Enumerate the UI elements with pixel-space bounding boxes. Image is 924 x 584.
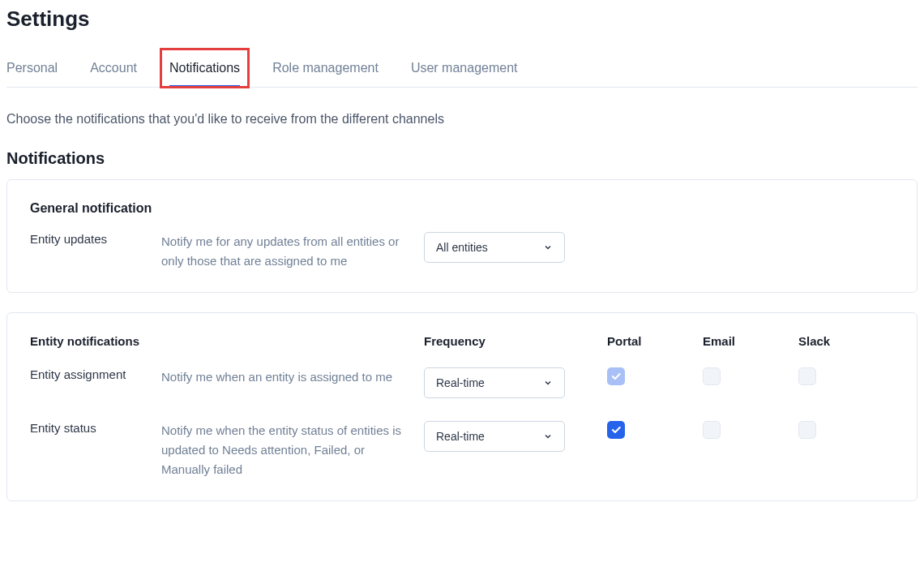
entity-status-slack-checkbox[interactable] xyxy=(798,421,816,439)
chevron-down-icon xyxy=(543,432,553,441)
entity-updates-label: Entity updates xyxy=(30,232,161,246)
entity-status-label: Entity status xyxy=(30,421,161,435)
entity-assignment-frequency-value: Real-time xyxy=(436,376,485,389)
tabs-bar: Personal Account Notifications Role mana… xyxy=(6,54,918,88)
entity-updates-row: Entity updates Notify me for any updates… xyxy=(30,232,894,271)
entity-table-header: Entity notifications Frequency Portal Em… xyxy=(30,334,894,348)
general-notification-card: General notification Entity updates Noti… xyxy=(6,179,918,293)
chevron-down-icon xyxy=(543,378,553,388)
entity-notifications-card: Entity notifications Frequency Portal Em… xyxy=(6,312,918,501)
chevron-down-icon xyxy=(543,243,553,252)
page-title: Settings xyxy=(6,6,918,32)
entity-assignment-label: Entity assignment xyxy=(30,367,161,381)
intro-text: Choose the notifications that you'd like… xyxy=(6,112,918,127)
entity-status-frequency-select[interactable]: Real-time xyxy=(424,421,565,452)
entity-heading: Entity notifications xyxy=(30,334,161,348)
entity-assignment-slack-checkbox[interactable] xyxy=(798,367,816,385)
general-heading: General notification xyxy=(30,201,894,216)
entity-assignment-portal-checkbox[interactable] xyxy=(607,367,625,385)
tab-role-management[interactable]: Role management xyxy=(272,54,379,87)
entity-updates-select[interactable]: All entities xyxy=(424,232,565,263)
col-email: Email xyxy=(703,334,798,348)
entity-assignment-desc: Notify me when an entity is assigned to … xyxy=(161,367,424,387)
check-icon xyxy=(610,424,622,436)
entity-status-desc: Notify me when the entity status of enti… xyxy=(161,421,424,479)
tab-user-management[interactable]: User management xyxy=(411,54,518,87)
entity-assignment-row: Entity assignment Notify me when an enti… xyxy=(30,367,894,398)
entity-updates-desc: Notify me for any updates from all entit… xyxy=(161,232,424,271)
entity-assignment-frequency-select[interactable]: Real-time xyxy=(424,367,565,398)
tab-notifications[interactable]: Notifications xyxy=(169,54,240,87)
entity-status-frequency-value: Real-time xyxy=(436,430,485,443)
entity-status-row: Entity status Notify me when the entity … xyxy=(30,421,894,479)
tab-account[interactable]: Account xyxy=(90,54,137,87)
section-title: Notifications xyxy=(6,149,918,168)
entity-assignment-email-checkbox[interactable] xyxy=(703,367,721,385)
entity-status-portal-checkbox[interactable] xyxy=(607,421,625,439)
tab-personal[interactable]: Personal xyxy=(6,54,58,87)
entity-status-email-checkbox[interactable] xyxy=(703,421,721,439)
col-slack: Slack xyxy=(798,334,894,348)
col-frequency: Frequency xyxy=(424,334,607,348)
check-icon xyxy=(610,371,622,382)
col-portal: Portal xyxy=(607,334,703,348)
entity-updates-select-value: All entities xyxy=(436,241,488,254)
